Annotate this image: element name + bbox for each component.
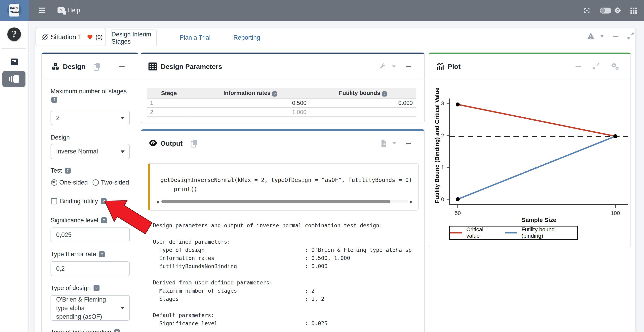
logo-text-1: PACT (10, 6, 19, 10)
two-sided-radio[interactable] (92, 179, 99, 186)
type2-help-icon[interactable]: ? (99, 251, 105, 257)
table-row: 2 1.000 (147, 108, 416, 117)
type2-input[interactable]: 0,2 (50, 261, 130, 276)
scroll-left-icon[interactable]: ◀ (156, 200, 158, 204)
collapse-design-icon[interactable] (120, 66, 124, 67)
design-parameters-panel: Design Parameters Stage Information rate… (141, 52, 425, 123)
svg-text:1: 1 (441, 164, 444, 170)
user-avatar[interactable]: ? (7, 28, 21, 41)
binding-futility-checkbox[interactable] (51, 198, 57, 204)
chevron-down-icon (120, 307, 124, 309)
significance-input[interactable]: 0,025 (50, 228, 130, 242)
test-radio-group: One-sided Two-sided (51, 179, 129, 186)
information-rates-help-icon[interactable]: ? (272, 91, 277, 96)
sidebar-item-workspace-active[interactable] (2, 71, 26, 87)
stage-1: 1 (147, 98, 191, 108)
collapse-plot-icon[interactable] (576, 66, 581, 67)
max-stages-select[interactable]: 2 (50, 111, 130, 125)
export-caret-icon[interactable] (392, 142, 396, 144)
expand-plot-icon[interactable] (593, 63, 600, 70)
scrollbar-thumb[interactable] (162, 200, 390, 203)
code-line-2: print() (160, 186, 197, 192)
help-button[interactable]: ? Help (58, 6, 80, 15)
two-sided-label: Two-sided (101, 179, 129, 186)
svg-text:3: 3 (441, 100, 444, 106)
dark-mode-toggle[interactable] (600, 8, 611, 14)
copy-output-icon[interactable] (191, 140, 197, 147)
significance-label: Significance level ? (50, 217, 107, 224)
r-output-text: Design parameters and output of inverse … (153, 221, 412, 328)
significance-value: 0,025 (56, 231, 72, 238)
export-icon[interactable] (381, 140, 387, 147)
plot-panel-title: Plot (448, 63, 460, 70)
situation-label: Situation 1 (50, 33, 82, 41)
critical-value-legend-label: Critical value (466, 226, 498, 239)
favorite-heart-icon[interactable] (87, 34, 93, 40)
svg-text:100: 100 (611, 210, 620, 216)
futility-bounds-help-icon[interactable]: ? (382, 91, 387, 96)
settings-gear-icon[interactable] (614, 7, 621, 14)
tab-design-interim-stages[interactable]: Design Interim Stages (111, 30, 157, 46)
max-stages-help-icon[interactable]: ? (51, 97, 57, 103)
binding-futility-label: Binding futility (60, 198, 98, 205)
help-label: Help (68, 7, 80, 14)
svg-text:0: 0 (441, 196, 444, 202)
warning-icon[interactable] (587, 33, 595, 40)
one-sided-radio[interactable] (51, 179, 57, 186)
svg-text:50: 50 (454, 210, 461, 216)
col-futility-bounds: Futility bounds ? (310, 88, 416, 98)
design-parameters-table: Stage Information rates ? Futility bound… (147, 88, 416, 117)
tab-plan-a-trial[interactable]: Plan a Trial (175, 30, 215, 46)
wrench-caret-icon[interactable] (392, 66, 396, 68)
one-sided-label: One-sided (59, 179, 88, 186)
type-of-design-select[interactable]: O'Brien & Fleming type alpha spending (a… (50, 295, 130, 321)
warning-caret-icon[interactable] (600, 35, 604, 37)
type-of-design-help-icon[interactable]: ? (94, 285, 100, 291)
situation-tab[interactable]: Situation 1 (0) (36, 28, 106, 46)
plot-chart-icon (436, 62, 444, 70)
table-icon (148, 62, 157, 70)
plot-settings-gears-icon[interactable] (610, 62, 619, 70)
binding-futility-help-icon[interactable]: ? (101, 198, 107, 204)
type2-label: Type II error rate ? (50, 250, 105, 258)
design-cubes-icon (51, 62, 60, 70)
collapse-workspace-icon[interactable] (613, 36, 618, 36)
collapse-params-icon[interactable] (406, 66, 411, 67)
sidebar-item-steps-icon[interactable] (11, 58, 18, 65)
significance-help-icon[interactable]: ? (101, 217, 107, 223)
chevron-down-icon (120, 150, 124, 153)
collapse-output-icon[interactable] (406, 143, 411, 144)
design-select[interactable]: Inverse Normal (50, 144, 130, 159)
plot-svg: 012350100 (429, 80, 630, 219)
futility-bound-swatch (505, 232, 517, 234)
test-help-icon[interactable]: ? (65, 168, 71, 174)
scroll-right-icon[interactable]: ▶ (410, 200, 413, 204)
code-horizontal-scrollbar[interactable]: ◀ ▶ (156, 199, 413, 204)
design-panel: Design Maximum number of stages ? 2 Desi… (42, 52, 138, 332)
plot-x-axis-label: Sample Size (449, 216, 628, 223)
table-row: 1 0.500 0.000 (147, 98, 416, 108)
expand-workspace-icon[interactable] (627, 32, 634, 40)
futility-bound-2[interactable] (310, 108, 416, 117)
apps-grid-icon[interactable] (630, 8, 637, 14)
app-logo[interactable]: PACT Cloud (0, 0, 29, 21)
r-logo-icon: R (149, 139, 157, 147)
test-label: Test ? (50, 167, 71, 174)
svg-text:2: 2 (441, 132, 444, 138)
type-of-beta-help-icon[interactable]: ? (114, 329, 120, 332)
stage-2: 2 (147, 108, 191, 117)
futility-bound-1[interactable]: 0.000 (310, 98, 416, 108)
fullscreen-icon[interactable] (584, 7, 590, 14)
wrench-icon[interactable] (379, 63, 386, 70)
workspace-header-actions (587, 32, 634, 40)
tab-design-label: Design Interim Stages (112, 31, 156, 45)
info-rate-2[interactable]: 1.000 (191, 108, 310, 117)
copy-design-icon[interactable] (94, 63, 100, 70)
scrollbar-track[interactable] (160, 200, 408, 204)
info-rate-1[interactable]: 0.500 (191, 98, 310, 108)
menu-toggle-icon[interactable] (39, 8, 45, 13)
table-header-row: Stage Information rates ? Futility bound… (147, 88, 416, 98)
tab-reporting[interactable]: Reporting (231, 30, 263, 46)
logo-text-2: Cloud (10, 10, 19, 14)
type2-value: 0,2 (56, 265, 65, 272)
